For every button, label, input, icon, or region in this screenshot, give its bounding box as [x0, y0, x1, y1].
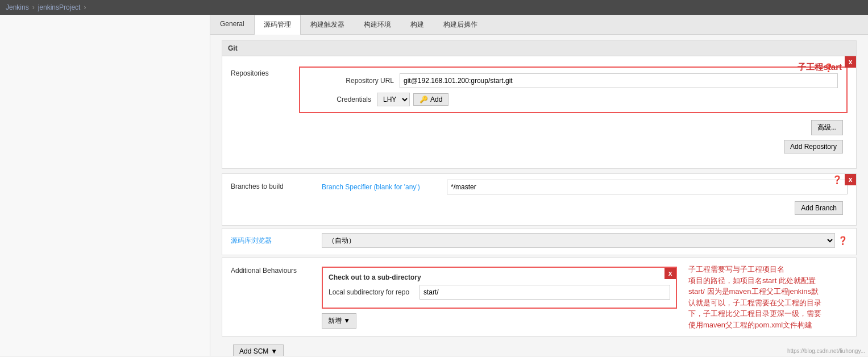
add-scm-label: Add SCM	[239, 347, 268, 355]
annotation-start: 子工程start	[798, 62, 842, 73]
repo-box: Repository URL Credentials LHY	[299, 67, 848, 113]
credentials-add-button[interactable]: 🔑 Add	[413, 93, 448, 106]
add-behaviour-button[interactable]: 新增 ▼	[322, 313, 356, 329]
repo-url-row: Repository URL	[309, 73, 838, 88]
tab-source-management[interactable]: 源码管理	[254, 15, 301, 35]
annotation-start-text: 子工程start	[798, 62, 842, 73]
annotation-line1: 子工程需要写与子工程项目名	[688, 264, 848, 275]
behaviours-content: x Check out to a sub-directory Local sub…	[322, 264, 677, 329]
advanced-button[interactable]: 高级...	[811, 120, 843, 135]
branch-specifier-input[interactable]	[447, 180, 848, 194]
additional-behaviours-label: Additional Behaviours	[231, 264, 322, 275]
annotation-line4: 认就是可以，子工程需要在父工程的目录	[688, 297, 848, 309]
tabs-bar: General 源码管理 构建触发器 构建环境 构建 构建后操作	[210, 15, 868, 35]
annotation-line2: 项目的路径，如项目名start 此处就配置	[688, 275, 848, 287]
scm-browser-label: 源码库浏览器	[231, 236, 322, 246]
add-branch-button[interactable]: Add Branch	[795, 201, 843, 215]
branch-specifier-label: Branch Specifier (blank for 'any')	[322, 183, 447, 191]
add-label: Add	[430, 96, 442, 103]
sidebar	[0, 15, 210, 356]
branches-help-button[interactable]: ❓	[832, 175, 842, 184]
git-section: Git Repositories Repository URL	[222, 40, 857, 169]
watermark: https://blog.csdn.net/liuhongy...	[787, 348, 865, 354]
behaviours-outer-row: Additional Behaviours x Check out to a s…	[231, 264, 848, 330]
git-x-button[interactable]: x	[845, 56, 856, 68]
breadcrumb: Jenkins › jenkinsProject ›	[0, 0, 868, 15]
key-icon: 🔑	[420, 96, 428, 103]
branches-content: Branch Specifier (blank for 'any') Add B…	[322, 180, 848, 219]
local-subdir-label: Local subdirectory for repo	[329, 288, 420, 296]
local-subdir-input[interactable]	[420, 285, 670, 300]
tab-post-build[interactable]: 构建后操作	[434, 15, 487, 34]
branches-row-outer: Branches to build Branch Specifier (blan…	[231, 180, 848, 219]
bottom-section: Add SCM ▼	[222, 339, 857, 356]
credentials-select[interactable]: LHY	[377, 93, 410, 106]
main-content: Git Repositories Repository URL	[210, 35, 868, 356]
project-link[interactable]: jenkinsProject	[38, 3, 81, 11]
repositories-row: Repositories Repository URL	[231, 62, 848, 163]
branches-inner: Branches to build Branch Specifier (blan…	[222, 174, 856, 225]
credentials-label: Credentials	[309, 96, 377, 103]
branches-section: Branches to build Branch Specifier (blan…	[222, 173, 857, 226]
behaviour-annotation: 子工程需要写与子工程项目名 项目的路径，如项目名start 此处就配置 star…	[688, 264, 848, 330]
add-branch-row: Add Branch	[322, 199, 848, 219]
branch-specifier-row: Branch Specifier (blank for 'any')	[322, 180, 848, 194]
git-body: Repositories Repository URL	[222, 56, 856, 168]
repo-url-label: Repository URL	[309, 77, 400, 85]
behaviour-box: x Check out to a sub-directory Local sub…	[322, 267, 677, 309]
tab-build[interactable]: 构建	[401, 15, 434, 34]
annotation-line6: 使用maven父工程的pom.xml文件构建	[688, 319, 848, 331]
add-behaviour-row: 新增 ▼	[322, 313, 677, 329]
tab-general[interactable]: General	[210, 15, 254, 34]
annotation-line3: start/ 因为是maven工程父工程jenkins默	[688, 286, 848, 297]
behaviour-title: Check out to a sub-directory	[329, 273, 670, 281]
credentials-row: Credentials LHY 🔑 Add	[309, 93, 838, 106]
repositories-label: Repositories	[231, 67, 299, 77]
branches-label: Branches to build	[231, 180, 322, 190]
separator-2: ›	[84, 3, 86, 11]
scm-browser-row: 源码库浏览器 （自动） ❓	[231, 233, 848, 248]
separator-1: ›	[32, 3, 35, 11]
advanced-btn-row: 高级...	[299, 118, 848, 138]
annotation-line5: 下，子工程比父工程目录更深一级，需要	[688, 308, 848, 319]
add-repo-row: Add Repository	[299, 138, 848, 158]
scm-help-button[interactable]: ❓	[838, 236, 848, 245]
branches-x-button[interactable]: x	[845, 174, 856, 185]
behaviour-x-button[interactable]: x	[665, 268, 676, 279]
tab-build-environment[interactable]: 构建环境	[354, 15, 401, 34]
repo-url-input[interactable]	[400, 73, 838, 88]
local-subdir-row: Local subdirectory for repo	[329, 285, 670, 300]
git-help-button[interactable]: ❓	[824, 63, 833, 72]
add-scm-dropdown-icon: ▼	[271, 347, 277, 355]
add-repository-button[interactable]: Add Repository	[784, 140, 843, 153]
scm-browser-select[interactable]: （自动）	[322, 233, 835, 248]
content-area: General 源码管理 构建触发器 构建环境 构建 构建后操作 Git Rep…	[210, 15, 868, 356]
jenkins-link[interactable]: Jenkins	[6, 3, 29, 11]
additional-behaviours-section: Additional Behaviours x Check out to a s…	[222, 258, 857, 337]
behaviours-inner: Additional Behaviours x Check out to a s…	[222, 258, 856, 336]
add-scm-button[interactable]: Add SCM ▼	[233, 344, 284, 356]
scm-browser-section: 源码库浏览器 （自动） ❓	[222, 228, 857, 255]
git-header: Git	[222, 41, 856, 56]
tab-build-triggers[interactable]: 构建触发器	[301, 15, 354, 34]
